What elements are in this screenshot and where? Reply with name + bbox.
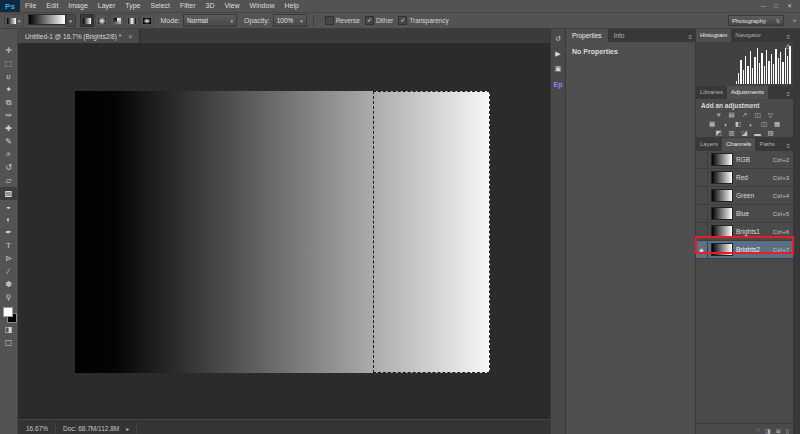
menu-item-filter[interactable]: Filter: [175, 0, 201, 12]
menu-item-view[interactable]: View: [220, 0, 245, 12]
foreground-color-swatch[interactable]: [3, 307, 13, 317]
clone-source-panel-icon[interactable]: ▣: [551, 63, 565, 75]
tab-navigator[interactable]: Navigator: [731, 29, 765, 42]
zoom-level-field[interactable]: 16.67%: [26, 425, 48, 432]
type-tool[interactable]: T: [0, 239, 17, 252]
pasteboard[interactable]: [18, 44, 550, 419]
angle-gradient-button[interactable]: [110, 14, 124, 27]
menu-item-type[interactable]: Type: [120, 0, 145, 12]
color-swatches[interactable]: [0, 306, 18, 323]
channel-row-brights2[interactable]: ◉Brights2Ctrl+7: [696, 241, 793, 259]
threshold-icon[interactable]: ◪: [740, 129, 750, 137]
shape-tool[interactable]: ∕: [0, 265, 17, 278]
quick-mask-button[interactable]: ◨: [0, 323, 17, 336]
restore-button[interactable]: □: [774, 0, 778, 12]
levels-icon[interactable]: ▤: [727, 111, 737, 119]
gradient-tool[interactable]: ▧: [0, 187, 17, 200]
visibility-eye-icon[interactable]: [696, 223, 708, 240]
color-balance-icon[interactable]: ◑: [720, 120, 730, 128]
tab-libraries[interactable]: Libraries: [696, 86, 727, 99]
menu-item-help[interactable]: Help: [279, 0, 303, 12]
blend-mode-select[interactable]: Normal ▾: [183, 14, 237, 27]
load-channel-selection-icon[interactable]: ○: [756, 427, 760, 433]
close-tab-icon[interactable]: ×: [128, 33, 132, 40]
minimize-button[interactable]: ─: [761, 0, 765, 12]
visibility-eye-icon[interactable]: [696, 205, 708, 222]
tool-preset-picker[interactable]: ▾: [4, 14, 24, 27]
curves-icon[interactable]: ↗: [740, 111, 750, 119]
pen-tool[interactable]: ✒: [0, 226, 17, 239]
posterize-icon[interactable]: ▥: [727, 129, 737, 137]
tab-adjustments[interactable]: Adjustments: [727, 86, 768, 99]
panel-menu-icon[interactable]: ≡: [783, 141, 793, 151]
cached-data-warning-icon[interactable]: ⚠: [785, 43, 791, 51]
channel-row-red[interactable]: RedCtrl+3: [696, 169, 793, 187]
black-white-icon[interactable]: ◧: [733, 120, 743, 128]
selective-color-icon[interactable]: ▨: [766, 129, 776, 137]
hue-saturation-icon[interactable]: ▦: [707, 120, 717, 128]
photo-filter-icon[interactable]: ◐: [746, 120, 756, 128]
opacity-select[interactable]: 100% ▾: [273, 14, 307, 27]
eyedropper-tool[interactable]: ✑: [0, 109, 17, 122]
rectangular-marquee-tool[interactable]: ⬚: [0, 57, 17, 70]
eraser-tool[interactable]: ▱: [0, 174, 17, 187]
hand-tool[interactable]: ✽: [0, 278, 17, 291]
visibility-eye-icon[interactable]: ◉: [696, 241, 708, 258]
tab-histogram[interactable]: Histogram: [696, 29, 731, 42]
crop-tool[interactable]: ⧉: [0, 96, 17, 109]
menu-item-file[interactable]: File: [20, 0, 41, 12]
options-overflow-icon[interactable]: »: [793, 17, 796, 23]
canvas-gradient-image[interactable]: [75, 91, 490, 373]
clone-stamp-tool[interactable]: ⍟: [0, 148, 17, 161]
menu-item-image[interactable]: Image: [63, 0, 92, 12]
menu-item-select[interactable]: Select: [146, 0, 175, 12]
checkbox-transparency-box[interactable]: ✓: [398, 16, 407, 25]
tab-channels[interactable]: Channels: [722, 138, 755, 151]
save-selection-as-channel-icon[interactable]: ◨: [765, 427, 771, 434]
visibility-eye-icon[interactable]: [696, 151, 708, 168]
invert-icon[interactable]: ◩: [714, 129, 724, 137]
healing-brush-tool[interactable]: ✚: [0, 122, 17, 135]
radial-gradient-button[interactable]: [95, 14, 109, 27]
tab-info[interactable]: Info: [608, 29, 631, 42]
visibility-eye-icon[interactable]: [696, 169, 708, 186]
gradient-preview[interactable]: [28, 14, 66, 25]
history-panel-icon[interactable]: ↺: [551, 33, 565, 45]
delete-channel-icon[interactable]: ▯: [786, 427, 789, 434]
menu-item-layer[interactable]: Layer: [93, 0, 121, 12]
diamond-gradient-button[interactable]: [140, 14, 154, 27]
tab-paths[interactable]: Paths: [755, 138, 778, 151]
blur-tool[interactable]: ◒: [0, 200, 17, 213]
channel-row-blue[interactable]: BlueCtrl+5: [696, 205, 793, 223]
panel-menu-icon[interactable]: ≡: [685, 32, 695, 42]
quick-selection-tool[interactable]: ✦: [0, 83, 17, 96]
new-channel-icon[interactable]: ⊞: [776, 427, 781, 434]
checkbox-dither-box[interactable]: ✓: [365, 16, 374, 25]
channel-row-rgb[interactable]: RGBCtrl+2: [696, 151, 793, 169]
status-menu-arrow-icon[interactable]: ▸: [126, 425, 129, 432]
vibrance-icon[interactable]: ▽: [766, 111, 776, 119]
tab-layers[interactable]: Layers: [696, 138, 722, 151]
lasso-tool[interactable]: ʋ: [0, 70, 17, 83]
history-brush-tool[interactable]: ↺: [0, 161, 17, 174]
gradient-editor[interactable]: ▾: [28, 14, 76, 27]
brightness-contrast-icon[interactable]: ☀: [714, 111, 724, 119]
exposure-icon[interactable]: ◫: [753, 111, 763, 119]
menu-item-window[interactable]: Window: [245, 0, 280, 12]
visibility-eye-icon[interactable]: [696, 187, 708, 204]
document-tab[interactable]: Untitled-1 @ 16.7% (Brights2/8) * ×: [18, 29, 140, 43]
screen-mode-button[interactable]: ▢: [0, 336, 17, 349]
gradient-picker-arrow[interactable]: ▾: [66, 14, 76, 27]
checkbox-reverse[interactable]: Reverse: [325, 16, 360, 25]
zoom-tool[interactable]: ⚲: [0, 291, 17, 304]
color-lookup-icon[interactable]: ▩: [772, 120, 782, 128]
extensions-panel-icon[interactable]: Ep: [551, 78, 565, 90]
workspace-select[interactable]: Photography ⇅: [728, 15, 784, 26]
gradient-map-icon[interactable]: ▬: [753, 129, 763, 137]
reflected-gradient-button[interactable]: [125, 14, 139, 27]
menu-item-3d[interactable]: 3D: [201, 0, 220, 12]
tab-properties[interactable]: Properties: [566, 29, 608, 42]
channel-row-green[interactable]: GreenCtrl+4: [696, 187, 793, 205]
panel-menu-icon[interactable]: ≡: [783, 89, 793, 99]
menu-item-edit[interactable]: Edit: [41, 0, 63, 12]
